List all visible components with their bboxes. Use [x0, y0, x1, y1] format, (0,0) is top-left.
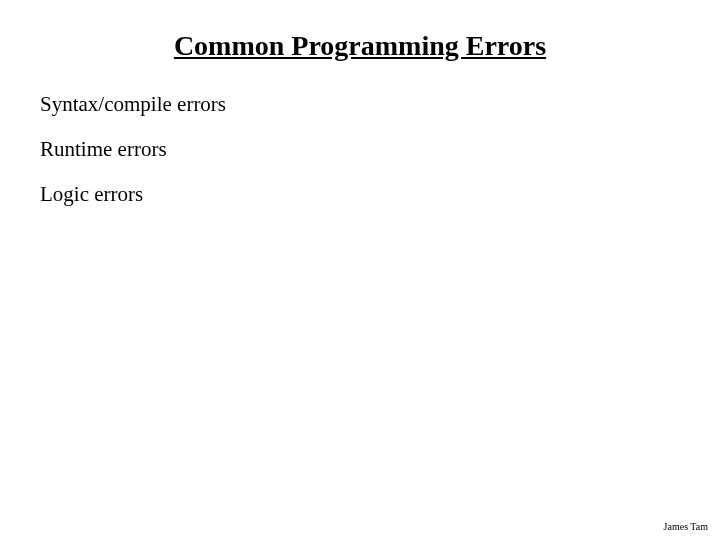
slide-container: Common Programming Errors Syntax/compile… — [0, 0, 720, 540]
list-item: Syntax/compile errors — [40, 92, 680, 117]
bullet-list: Syntax/compile errors Runtime errors Log… — [40, 92, 680, 207]
footer-author: James Tam — [664, 521, 708, 532]
list-item: Runtime errors — [40, 137, 680, 162]
list-item: Logic errors — [40, 182, 680, 207]
slide-title: Common Programming Errors — [40, 30, 680, 62]
